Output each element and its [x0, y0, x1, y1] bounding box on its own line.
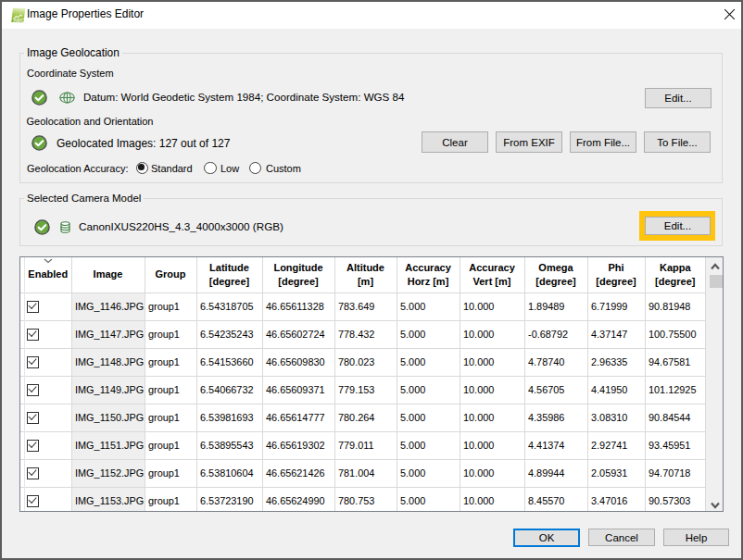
- svg-text:AWC: AWC: [13, 18, 24, 23]
